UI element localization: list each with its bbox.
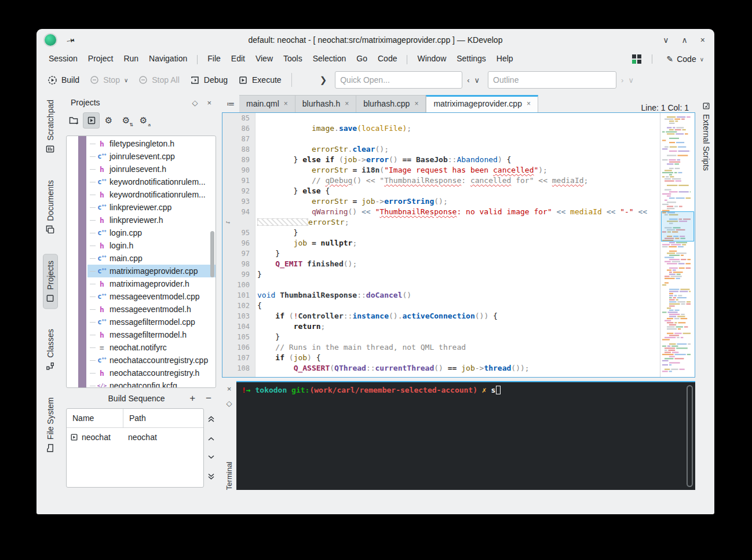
tree-item-neochataccountregistry-h[interactable]: hneochataccountregistry.h bbox=[87, 367, 216, 379]
tree-item-messagefiltermodel-h[interactable]: hmessagefiltermodel.h bbox=[87, 328, 216, 341]
editor-tab-blurhash-h[interactable]: blurhash.h× bbox=[295, 95, 356, 112]
terminal-close-icon[interactable]: × bbox=[227, 385, 232, 393]
tree-item-login-h[interactable]: hlogin.h bbox=[87, 239, 216, 252]
outline-input[interactable] bbox=[488, 71, 616, 89]
sidebar-tab-projects[interactable]: Projects bbox=[39, 255, 62, 309]
tree-item-keywordnotificationrulem-[interactable]: hkeywordnotificationrulem... bbox=[87, 188, 216, 201]
tree-item-main-cpp[interactable]: c++main.cpp bbox=[87, 252, 216, 265]
editor-tab-blurhash-cpp[interactable]: blurhash.cpp× bbox=[356, 95, 426, 112]
debug-button[interactable]: Debug bbox=[185, 72, 233, 89]
tree-item-matriximageprovider-h[interactable]: hmatriximageprovider.h bbox=[87, 277, 216, 290]
editor-tab-main-qml[interactable]: main.qml× bbox=[239, 95, 295, 112]
file-type-icon-cpp: c++ bbox=[97, 178, 107, 186]
tree-item-linkpreviewer-h[interactable]: hlinkpreviewer.h bbox=[87, 214, 216, 226]
execute-button[interactable]: Execute bbox=[233, 72, 287, 89]
file-name: login.h bbox=[109, 241, 133, 250]
branch-line bbox=[90, 207, 96, 208]
table-row[interactable]: neochat neochat bbox=[67, 428, 203, 446]
menu-run[interactable]: Run bbox=[118, 52, 144, 65]
toolbar-expand-icon[interactable]: ❯ bbox=[320, 75, 327, 85]
menu-window[interactable]: Window bbox=[412, 52, 451, 65]
move-down-icon[interactable] bbox=[207, 455, 216, 460]
minimap-viewport[interactable] bbox=[661, 211, 694, 241]
menu-session[interactable]: Session bbox=[43, 52, 83, 65]
menu-settings[interactable]: Settings bbox=[451, 52, 491, 65]
move-top-icon[interactable] bbox=[207, 415, 216, 423]
close-tab-icon[interactable]: × bbox=[527, 100, 531, 108]
project-file-tree[interactable]: hfiletypesingleton.hc++joinrulesevent.cp… bbox=[66, 136, 216, 388]
column-header-name[interactable]: Name bbox=[67, 409, 123, 427]
reload-projects-icon[interactable]: ⚙︎⇅ bbox=[118, 113, 134, 128]
editor-tab-matriximageprovider-cpp[interactable]: matriximageprovider.cpp× bbox=[426, 95, 538, 112]
minimize-button[interactable]: ∨ bbox=[663, 35, 669, 45]
area-switcher-button[interactable]: ✎ Code ∨ bbox=[663, 53, 707, 65]
tree-scrollbar[interactable] bbox=[210, 231, 214, 277]
tree-item-neochatconfig-kcfg[interactable]: </>neochatconfig.kcfg bbox=[87, 379, 216, 388]
tree-item-keywordnotificationrulem-[interactable]: c++keywordnotificationrulem... bbox=[87, 175, 216, 188]
close-tab-icon[interactable]: × bbox=[345, 100, 349, 108]
close-tab-icon[interactable]: × bbox=[414, 100, 418, 108]
sidebar-tab-classes[interactable]: Classes bbox=[39, 323, 62, 376]
column-header-path[interactable]: Path bbox=[123, 409, 152, 427]
build-button[interactable]: Build bbox=[42, 72, 85, 89]
build-sequence-table[interactable]: Name Path neochat neochat bbox=[66, 408, 204, 488]
menu-code[interactable]: Code bbox=[373, 52, 402, 65]
move-up-icon[interactable] bbox=[207, 436, 216, 441]
menu-help[interactable]: Help bbox=[491, 52, 519, 65]
build-sequence-title: Build Sequence bbox=[71, 394, 179, 403]
close-panel-icon[interactable]: × bbox=[207, 98, 211, 107]
tree-item-messageeventmodel-h[interactable]: hmessageeventmodel.h bbox=[87, 303, 216, 316]
tree-item-neochataccountregistry-cpp[interactable]: c++neochataccountregistry.cpp bbox=[87, 354, 216, 367]
close-tab-icon[interactable]: × bbox=[284, 100, 288, 108]
document-list-icon[interactable]: ≔ bbox=[223, 96, 238, 111]
line-number: 106 bbox=[222, 342, 255, 353]
quick-open-input[interactable] bbox=[335, 71, 462, 89]
close-button[interactable]: × bbox=[700, 35, 705, 45]
code-text-area[interactable]: image.save(localFile); errorStr.clear();… bbox=[255, 113, 660, 377]
open-project-button[interactable] bbox=[66, 113, 82, 128]
project-settings-icon[interactable]: ⚙︎a bbox=[136, 113, 151, 128]
menu-selection[interactable]: Selection bbox=[308, 52, 352, 65]
tree-item-neochat-notifyrc[interactable]: ≡neochat.notifyrc bbox=[87, 341, 216, 354]
add-to-build-sequence-button[interactable]: + bbox=[189, 393, 195, 404]
chevron-left-icon[interactable]: ‹ bbox=[467, 76, 469, 85]
menu-navigation[interactable]: Navigation bbox=[144, 52, 192, 65]
menu-project[interactable]: Project bbox=[83, 52, 119, 65]
move-bottom-icon[interactable] bbox=[207, 473, 216, 481]
configure-icon[interactable]: ⚙︎ bbox=[101, 113, 116, 128]
remove-from-build-sequence-button[interactable]: − bbox=[206, 393, 211, 404]
working-set-icon[interactable] bbox=[632, 54, 641, 64]
right-dock-tabstrip: External Scripts bbox=[698, 94, 714, 492]
quick-open-nav[interactable]: ‹ ∨ bbox=[467, 76, 480, 85]
menu-view[interactable]: View bbox=[250, 52, 278, 65]
sidebar-tab-documents[interactable]: Documents bbox=[39, 174, 62, 240]
tree-item-matriximageprovider-cpp[interactable]: c++matriximageprovider.cpp bbox=[87, 265, 216, 277]
terminal-screen[interactable]: !→ tokodon git:(work/carl/remember-selec… bbox=[236, 381, 695, 490]
tree-item-login-cpp[interactable]: c++login.cpp bbox=[87, 226, 216, 239]
terminal-scrollbar[interactable] bbox=[687, 385, 693, 487]
build-selection-button[interactable] bbox=[83, 113, 99, 128]
menu-file[interactable]: File bbox=[202, 52, 226, 65]
file-type-icon-cpp: c++ bbox=[97, 267, 107, 275]
float-panel-icon[interactable]: ◇ bbox=[192, 98, 198, 107]
tree-item-linkpreviewer-cpp[interactable]: c++linkpreviewer.cpp bbox=[87, 201, 216, 214]
editor-minimap[interactable] bbox=[660, 113, 695, 377]
tree-item-messagefiltermodel-cpp[interactable]: c++messagefiltermodel.cpp bbox=[87, 316, 216, 328]
chevron-down-icon[interactable]: ∨ bbox=[474, 76, 480, 85]
menu-edit[interactable]: Edit bbox=[226, 52, 250, 65]
sidebar-tab-file-system[interactable]: File System bbox=[39, 391, 62, 458]
line-number: 96 bbox=[222, 238, 255, 248]
code-editor[interactable]: 85868788899091929394↪9596979899100101102… bbox=[222, 112, 695, 378]
code-line: if (!Controller::instance().activeConnec… bbox=[257, 311, 660, 321]
tree-item-joinrulesevent-cpp[interactable]: c++joinrulesevent.cpp bbox=[87, 150, 216, 163]
tab-external-scripts[interactable]: External Scripts bbox=[698, 97, 714, 175]
terminal-detach-icon[interactable]: ◇ bbox=[227, 399, 232, 408]
tree-item-messageeventmodel-cpp[interactable]: c++messageeventmodel.cpp bbox=[87, 290, 216, 303]
tree-item-filetypesingleton-h[interactable]: hfiletypesingleton.h bbox=[87, 137, 216, 150]
menu-tools[interactable]: Tools bbox=[278, 52, 308, 65]
maximize-button[interactable]: ∧ bbox=[682, 35, 688, 45]
menu-go[interactable]: Go bbox=[351, 52, 373, 65]
sidebar-tab-scratchpad[interactable]: Scratchpad bbox=[39, 94, 62, 159]
tree-item-joinrulesevent-h[interactable]: hjoinrulesevent.h bbox=[87, 163, 216, 175]
wrap-indent-filler bbox=[257, 218, 308, 226]
